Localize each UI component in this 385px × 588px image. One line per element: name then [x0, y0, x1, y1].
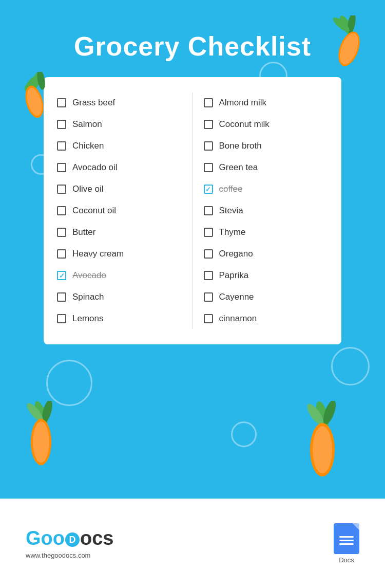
checklist-card: Grass beefSalmonChickenAvocado oilOlive … — [44, 77, 341, 344]
list-item[interactable]: coffee — [201, 179, 332, 199]
docs-file-lines — [339, 536, 354, 545]
docs-file-line — [339, 543, 354, 545]
list-item[interactable]: cinnamon — [201, 308, 332, 329]
brand-url: www.thegoodocs.com — [26, 552, 113, 559]
list-item[interactable]: Almond milk — [201, 93, 332, 113]
list-item[interactable]: Paprika — [201, 265, 332, 286]
docs-label: Docs — [339, 556, 354, 564]
item-label: Bone broth — [219, 141, 262, 151]
item-label: Spinach — [72, 292, 104, 302]
checkbox[interactable] — [57, 185, 66, 194]
item-label: Butter — [72, 227, 95, 237]
brand-goo: Goo — [26, 527, 65, 549]
checkbox[interactable] — [57, 228, 66, 237]
item-label: Thyme — [219, 227, 246, 237]
checkbox[interactable] — [57, 292, 66, 302]
item-label: Salmon — [72, 119, 102, 130]
docs-file-icon — [334, 523, 359, 554]
item-label: Grass beef — [72, 98, 115, 108]
list-item[interactable]: Oregano — [201, 244, 332, 264]
right-column: Almond milkCoconut milkBone brothGreen t… — [201, 93, 332, 329]
list-item[interactable]: Coconut oil — [54, 200, 185, 221]
item-label: Olive oil — [72, 184, 103, 194]
list-item[interactable]: Bone broth — [201, 136, 332, 156]
docs-icon: Docs — [334, 523, 359, 564]
checkbox[interactable] — [204, 163, 213, 172]
circle-decoration — [231, 421, 257, 447]
item-label: Coconut milk — [219, 119, 270, 130]
checkbox[interactable] — [57, 163, 66, 172]
checkbox[interactable] — [57, 249, 66, 259]
list-item[interactable]: Green tea — [201, 157, 332, 178]
item-label: Heavy cream — [72, 249, 124, 259]
checkbox[interactable] — [204, 120, 213, 129]
checkbox[interactable] — [204, 314, 213, 323]
column-divider — [192, 93, 193, 329]
docs-file-line — [339, 536, 354, 538]
brand-d-icon — [65, 532, 80, 547]
checkbox[interactable] — [204, 185, 213, 194]
list-item[interactable]: Avocado oil — [54, 157, 185, 178]
checkbox[interactable] — [204, 98, 213, 107]
list-item[interactable]: Spinach — [54, 287, 185, 307]
main-container: Grocery Checklist Grass beefSalmonChicke… — [0, 0, 385, 499]
list-item[interactable]: Thyme — [201, 222, 332, 243]
checkbox[interactable] — [57, 120, 66, 129]
item-label: Paprika — [219, 270, 249, 281]
checkbox[interactable] — [204, 271, 213, 280]
list-item[interactable]: Cayenne — [201, 287, 332, 307]
item-label: coffee — [219, 184, 243, 194]
item-label: Coconut oil — [72, 206, 116, 216]
checkbox[interactable] — [57, 314, 66, 323]
carrot-decoration-bottom-left — [15, 401, 67, 468]
checkbox[interactable] — [57, 271, 66, 280]
circle-decoration — [46, 360, 92, 406]
checkbox[interactable] — [204, 228, 213, 237]
list-item[interactable]: Heavy cream — [54, 244, 185, 264]
svg-point-19 — [313, 426, 332, 473]
list-item[interactable]: Salmon — [54, 114, 185, 135]
list-item[interactable]: Butter — [54, 222, 185, 243]
item-label: Stevia — [219, 206, 243, 216]
list-item[interactable]: Coconut milk — [201, 114, 332, 135]
checkbox[interactable] — [204, 249, 213, 259]
list-item[interactable]: Stevia — [201, 200, 332, 221]
circle-decoration — [331, 347, 370, 385]
checkbox[interactable] — [57, 206, 66, 215]
carrot-decoration-top-right — [318, 15, 375, 72]
list-item[interactable]: Grass beef — [54, 93, 185, 113]
item-label: cinnamon — [219, 314, 257, 324]
item-label: Chicken — [72, 141, 104, 151]
item-label: Lemons — [72, 314, 103, 324]
carrot-decoration-top-left — [13, 72, 62, 121]
checkbox[interactable] — [204, 292, 213, 302]
list-item[interactable]: Avocado — [54, 265, 185, 286]
list-item[interactable]: Olive oil — [54, 179, 185, 199]
brand-logo: Gooocs www.thegoodocs.com — [26, 527, 113, 559]
item-label: Green tea — [219, 162, 258, 173]
docs-file-line — [339, 540, 354, 541]
footer: Gooocs www.thegoodocs.com Docs — [0, 499, 385, 588]
checkbox[interactable] — [57, 141, 66, 151]
list-item[interactable]: Lemons — [54, 308, 185, 329]
checkbox[interactable] — [204, 141, 213, 151]
list-item[interactable]: Chicken — [54, 136, 185, 156]
brand-name: Gooocs — [26, 527, 113, 549]
left-column: Grass beefSalmonChickenAvocado oilOlive … — [54, 93, 185, 329]
checkbox[interactable] — [204, 206, 213, 215]
item-label: Almond milk — [219, 98, 267, 108]
item-label: Cayenne — [219, 292, 254, 302]
item-label: Oregano — [219, 249, 253, 259]
svg-point-14 — [33, 421, 49, 463]
brand-ocs: ocs — [80, 527, 113, 549]
carrot-decoration-bottom-right — [293, 401, 354, 478]
item-label: Avocado oil — [72, 162, 118, 173]
item-label: Avocado — [72, 270, 106, 281]
